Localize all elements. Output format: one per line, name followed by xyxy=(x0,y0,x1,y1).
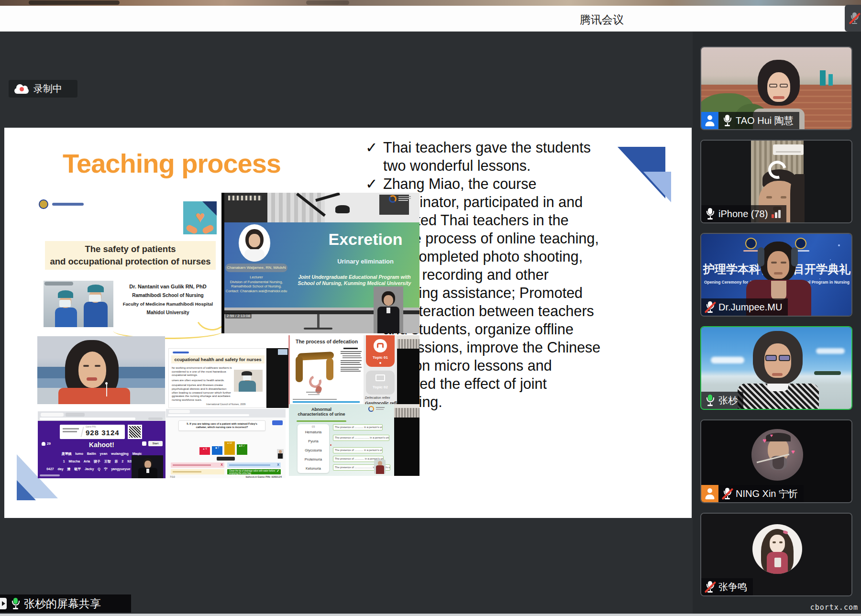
kahoot-lobby-screenshot: Game PIN: 928 3124 29 Kahoot! Start 庞琴娥 … xyxy=(38,411,166,478)
participant-tile-tao-hui[interactable]: TAO Hui 陶慧 xyxy=(700,46,852,130)
host-badge-icon xyxy=(701,112,718,129)
answer-bar-yellow: ● 12 xyxy=(224,441,235,455)
mic-muted-icon xyxy=(705,301,715,314)
fill-blank: The presence of ............ in a person… xyxy=(333,424,383,430)
answer-bar-red: ▲ 6 xyxy=(199,447,210,455)
participant-tile-dr-jumpee[interactable]: 护理学本科合 目开学典礼 Opening Ceremony for Joint … xyxy=(700,233,852,317)
participant-tile-zhang-miao[interactable]: 张杪 xyxy=(700,326,852,410)
weak-signal-icon xyxy=(772,210,781,218)
answer-bar-blue: ◆ 7 xyxy=(212,446,222,455)
video-letterbox xyxy=(394,404,419,476)
presenter-inset-video xyxy=(132,455,163,478)
occupational-slide-screenshot: ccupational health and safety for nurses… xyxy=(168,348,266,408)
colon-diagram xyxy=(295,348,339,397)
fill-blank: The presence of ............ in a person… xyxy=(333,447,383,453)
lock-icon xyxy=(142,441,146,446)
fill-blank: The presence of .................... in … xyxy=(333,435,389,441)
ramathibodi-logo xyxy=(389,195,397,203)
occupational-title: ccupational health and safety for nurses xyxy=(171,355,265,363)
avatar xyxy=(751,429,803,481)
urine-title-line1: Abnormal xyxy=(294,407,349,412)
next-button-image xyxy=(272,420,283,425)
participant-name-bar: 张杪 xyxy=(701,392,743,409)
safety-title-banner: The safety of patients and occupational … xyxy=(45,241,216,270)
participant-name-bar: TAO Hui 陶慧 xyxy=(701,112,799,129)
glasses-icon xyxy=(769,84,777,88)
avatar xyxy=(752,524,802,574)
reflex-line1: Defecation reflex xyxy=(365,396,390,399)
mic-active-icon xyxy=(705,394,715,407)
watermark: cbortx.com xyxy=(810,603,858,612)
cohost-badge-icon xyxy=(701,485,718,502)
answer-bar-green: ■ 8 ✓ xyxy=(237,444,247,455)
quiz-question: 5. If you are taking care of a patient w… xyxy=(178,420,265,431)
participant-tile-iphone[interactable]: iPhone (78) xyxy=(700,140,852,223)
presenter-inset-video xyxy=(277,449,284,459)
bottom-edge-strip xyxy=(0,614,861,616)
patient-safety-hands-image: ♥ xyxy=(183,201,217,234)
mic-on-icon xyxy=(705,208,715,220)
answer-row-correct: Clean the tip of drainage valve with wat… xyxy=(227,469,281,474)
screen-share-icon xyxy=(0,598,7,609)
participant-name: TAO Hui 陶慧 xyxy=(736,114,794,127)
recording-indicator[interactable]: 录制中 xyxy=(9,80,77,98)
quiz-footer: kahoot.it Game PIN: 9283124 xyxy=(246,475,282,478)
mahidol-thai-wordmark xyxy=(52,203,84,206)
mahidol-logo xyxy=(39,199,48,209)
kmu-logo xyxy=(745,238,757,249)
participant-tile-zhang-zhengming[interactable]: 张争鸣 xyxy=(700,513,852,596)
window-title: 腾讯会议 xyxy=(580,12,624,27)
participant-name-bar: Dr.Jumpee.MU xyxy=(701,298,788,316)
show-results-pill xyxy=(217,457,235,461)
check-icon: ✓ xyxy=(365,138,379,175)
presenter-inset-video xyxy=(374,460,386,474)
speaker-org: Mahidol University xyxy=(122,310,214,315)
game-pin: 928 3124 xyxy=(86,429,120,437)
lecturer-role-block: Lecturer Division of Fundamental Nursing… xyxy=(221,275,291,293)
cloud-recording-icon xyxy=(14,84,29,94)
participants-sidebar: TAO Hui 陶慧 iPhone (78) xyxy=(693,32,861,616)
participant-name-bar: NING Xin 宁忻 xyxy=(701,485,804,502)
mic-muted-icon xyxy=(850,12,859,25)
defecation-topics-panel: Topic 01 Topic 02 Defecation reflex Gast… xyxy=(364,335,397,408)
photo-smudge xyxy=(306,0,349,5)
heart-icon: ♥ xyxy=(791,448,795,455)
glasses-icon xyxy=(765,355,777,361)
speaker-name: Dr. Nantanit van Gulik RN, PhD xyxy=(122,284,214,289)
video-letterbox xyxy=(266,348,288,408)
photo-smudge xyxy=(29,0,120,5)
participant-name-bar: 张争鸣 xyxy=(701,578,753,595)
video-timestamp: 2:59 / 2:13:08 xyxy=(225,313,252,319)
safety-speaker-block: Dr. Nantanit van Gulik RN, PhD Ramathibo… xyxy=(122,284,214,315)
answer-row-wrong xyxy=(171,469,224,474)
quiz-progress: 7/10 xyxy=(170,475,175,478)
presenter-inset-video xyxy=(374,286,403,333)
excretion-subtitle: Urinary elimination xyxy=(315,258,416,265)
video-letterbox xyxy=(397,335,419,408)
answer-row-wrong: X xyxy=(227,462,281,468)
occupational-caption: International Council of Nurses, 2009 xyxy=(206,403,245,406)
occupational-paragraph: ccupational injuries and illnesses creas… xyxy=(172,384,232,402)
mic-muted-icon xyxy=(705,581,715,594)
bullet-text: Thai teachers gave the students two wond… xyxy=(383,138,604,175)
program-caption: Joint Undergraduate Educational Program … xyxy=(293,274,416,286)
window-title-bar: 腾讯会议 xyxy=(0,6,861,32)
background-photo-strip xyxy=(0,0,861,6)
lecturer-name-pill: Chanakarn Waijamee, RN, MAdvN xyxy=(225,264,287,272)
answer-row-wrong: X xyxy=(171,462,224,468)
game-pin-banner: Game PIN: 928 3124 xyxy=(60,425,125,439)
urine-terms-card: 03 Hematuria Pyuria Glycosuria Proteinur… xyxy=(298,424,329,473)
corner-mini-window[interactable] xyxy=(845,5,861,32)
topic1-label: Topic 01 xyxy=(366,355,395,360)
excretion-title: Excretion xyxy=(315,230,416,249)
mic-on-icon xyxy=(722,114,732,127)
mic-muted-icon xyxy=(722,487,732,500)
slide-title: Teaching process xyxy=(63,148,281,179)
start-button-image: Start xyxy=(148,441,163,446)
recording-label: 录制中 xyxy=(33,82,62,95)
urine-slide-screenshot: Abnormal characteristics of urine 03 Hem… xyxy=(289,404,394,476)
participant-tile-ning-xin[interactable]: ♥ ♥ ♥ NING Xin 宁忻 xyxy=(700,419,852,503)
participant-name: 张杪 xyxy=(718,394,738,407)
game-pin-label: Game PIN: xyxy=(86,426,96,428)
ramathibodi-logo xyxy=(368,406,374,412)
